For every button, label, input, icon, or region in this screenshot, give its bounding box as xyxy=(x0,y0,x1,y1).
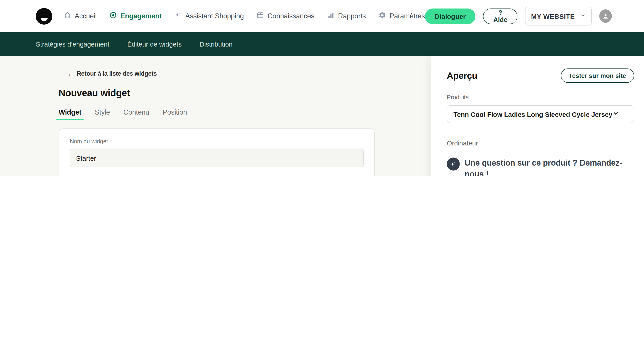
nav-item-label: Paramètres xyxy=(390,12,425,20)
tab-position[interactable]: Position xyxy=(163,108,187,120)
subnav-item-distribution[interactable]: Distribution xyxy=(200,40,232,48)
widget-form-card: Nom du widget Widget Conversation Starte… xyxy=(58,128,375,176)
nav-item-label: Accueil xyxy=(75,12,97,20)
main-row: ← Retour à la liste des widgets Nouveau … xyxy=(0,56,644,176)
secondary-navigation: Stratégies d’engagement Éditeur de widge… xyxy=(0,32,644,56)
widget-heading: Une question sur ce produit ? Demandez-n… xyxy=(465,158,634,176)
products-label: Produits xyxy=(447,94,634,101)
editor-tabs: Widget Style Contenu Position xyxy=(58,108,431,120)
back-to-widgets-link[interactable]: ← Retour à la liste des widgets xyxy=(68,70,431,77)
chevron-down-icon xyxy=(580,12,586,20)
widget-editor: ← Retour à la liste des widgets Nouveau … xyxy=(0,56,431,176)
tab-style[interactable]: Style xyxy=(95,108,110,120)
product-selector[interactable]: Tenn Cool Flow Ladies Long Sleeved Cycle… xyxy=(447,105,634,123)
sparkles-icon xyxy=(174,11,182,21)
back-link-label: Retour à la liste des widgets xyxy=(77,70,157,77)
home-icon xyxy=(64,11,72,21)
chevron-down-icon xyxy=(612,110,620,119)
gear-icon xyxy=(378,11,386,21)
tab-contenu[interactable]: Contenu xyxy=(124,108,149,120)
widget-name-input[interactable] xyxy=(70,149,364,167)
website-selector-value: MY WEBSITE xyxy=(531,12,575,20)
archive-box-icon xyxy=(256,11,264,21)
nav-item-assistant-shopping[interactable]: Assistant Shopping xyxy=(174,11,244,21)
main-menu: Accueil Engagement Assistant Shopping Co… xyxy=(64,11,425,21)
test-on-site-button[interactable]: Tester sur mon site xyxy=(561,69,634,83)
subnav-item-editeur-widgets[interactable]: Éditeur de widgets xyxy=(127,40,182,48)
user-avatar[interactable] xyxy=(600,10,612,23)
user-icon xyxy=(602,13,609,20)
nav-item-label: Rapports xyxy=(338,12,366,20)
subnav-item-strategies[interactable]: Stratégies d’engagement xyxy=(36,40,109,48)
nav-item-accueil[interactable]: Accueil xyxy=(64,11,97,21)
widget-name-label: Nom du widget xyxy=(70,138,364,145)
nav-item-parametres[interactable]: Paramètres xyxy=(378,11,425,21)
arrow-left-icon: ← xyxy=(68,70,74,77)
topnav-actions: Dialoguer ? Aide MY WEBSITE xyxy=(425,7,612,26)
sparkle-icon xyxy=(450,160,457,168)
top-navigation: Accueil Engagement Assistant Shopping Co… xyxy=(0,0,644,32)
preview-panel: Aperçu Tester sur mon site Produits Tenn… xyxy=(431,56,644,176)
nav-item-engagement[interactable]: Engagement xyxy=(109,11,162,21)
product-selector-value: Tenn Cool Flow Ladies Long Sleeved Cycle… xyxy=(454,110,612,118)
help-button[interactable]: ? Aide xyxy=(483,8,518,24)
bar-chart-icon xyxy=(327,11,335,21)
tab-widget[interactable]: Widget xyxy=(58,108,82,120)
page-title: Nouveau widget xyxy=(58,88,431,99)
website-selector[interactable]: MY WEBSITE xyxy=(525,7,592,26)
nav-item-label: Assistant Shopping xyxy=(185,12,244,20)
assistant-avatar xyxy=(447,158,460,171)
nav-item-label: Engagement xyxy=(120,12,162,20)
brand-logo[interactable] xyxy=(36,8,52,24)
app: Accueil Engagement Assistant Shopping Co… xyxy=(0,0,644,176)
logo-smile xyxy=(41,18,48,21)
dialoguer-button[interactable]: Dialoguer xyxy=(425,8,476,24)
widget-preview-desktop: Une question sur ce produit ? Demandez-n… xyxy=(447,158,634,176)
nav-item-label: Connaissances xyxy=(268,12,314,20)
preview-title: Aperçu xyxy=(447,71,478,81)
target-icon xyxy=(109,11,118,21)
nav-item-rapports[interactable]: Rapports xyxy=(327,11,366,21)
device-label-desktop: Ordinateur xyxy=(447,139,634,147)
nav-item-connaissances[interactable]: Connaissances xyxy=(256,11,314,21)
